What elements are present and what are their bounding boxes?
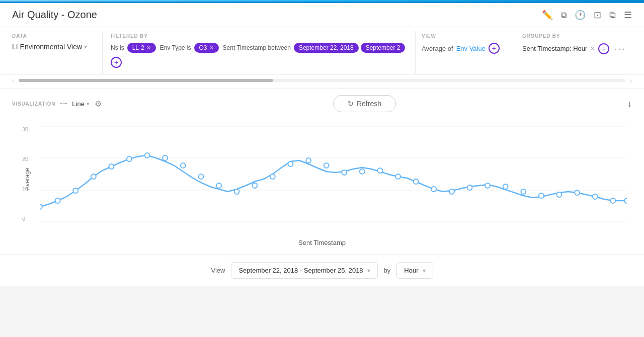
view-section: VIEW Average of Env Value + [416,31,516,74]
filter-bar: DATA LI Environmental View ▾ FILTERED BY… [0,27,644,74]
header-actions: ✏️ ⧉ 🕐 ⊡ ⧉ ☰ [542,10,632,21]
refresh-icon: ↻ [348,100,354,108]
line-icon: 〰 [60,100,67,108]
timestamp-tag-2: September 2 [361,43,406,53]
svg-point-24 [395,174,400,179]
view-control-label: View [211,267,225,274]
svg-point-13 [198,174,203,179]
y-axis: 30 20 10 0 [22,126,28,222]
svg-point-34 [575,190,580,195]
download-icon[interactable]: ↓ [627,99,632,109]
history-icon[interactable]: 🕐 [575,10,586,21]
viz-settings-icon[interactable]: ⚙ [95,99,102,109]
svg-point-15 [234,189,239,194]
env-tag-value: O3 [199,44,207,51]
add-group-button[interactable]: + [598,43,609,54]
y-tick-20: 20 [22,156,28,162]
chart-area: Average 30 20 10 0 [12,121,632,237]
filtered-by-label: FILTERED BY [111,33,409,39]
timestamp-filter: Sent Timestamp between September 22, 201… [223,43,406,53]
chart-svg-wrap [40,126,627,222]
svg-point-26 [431,187,436,192]
image-icon[interactable]: ⊡ [594,10,601,21]
timestamp-tag-1: September 22, 2018 [294,43,359,53]
env-filter-label: Env Type is [160,44,191,51]
svg-point-18 [288,161,293,166]
by-label: by [384,267,391,274]
menu-icon[interactable]: ☰ [624,10,632,21]
view-highlight: Env Value [456,45,486,52]
svg-point-20 [324,163,329,168]
env-tag: O3 ✕ [194,43,219,53]
chart-svg [40,126,627,222]
hour-arrow: ▾ [423,267,426,274]
edit-icon[interactable]: ✏️ [542,10,553,21]
svg-point-33 [557,192,562,197]
grouped-content: Sent Timestamp: Hour ✕ + ··· [522,43,626,54]
scroll-right-icon[interactable]: › [629,76,632,85]
svg-point-32 [539,193,544,198]
svg-point-31 [521,189,526,194]
svg-point-25 [414,179,419,184]
page-header: Air Quality - Ozone ✏️ ⧉ 🕐 ⊡ ⧉ ☰ [0,3,644,27]
layers-icon[interactable]: ⧉ [609,10,616,20]
svg-point-9 [127,156,132,161]
svg-point-11 [163,155,168,160]
line-select[interactable]: Line ▾ [72,100,90,108]
svg-point-27 [449,189,454,194]
view-label-header: VIEW [422,33,510,39]
env-tag-close[interactable]: ✕ [209,45,214,51]
svg-point-35 [593,194,598,199]
hour-value: Hour [404,267,418,274]
dots-menu-icon[interactable]: ··· [614,43,626,54]
svg-point-22 [360,169,365,174]
svg-point-14 [216,183,221,188]
svg-point-7 [91,174,96,179]
bottom-controls: View September 22, 2018 - September 25, … [0,255,644,286]
viz-type-arrow: ▾ [87,101,90,107]
data-label: DATA [12,33,94,39]
svg-point-30 [503,184,508,189]
date-range-select[interactable]: September 22, 2018 - September 25, 2018 … [231,262,377,279]
x-axis-label: Sent Timestamp [12,237,632,255]
grouped-close-icon[interactable]: ✕ [590,45,595,52]
svg-point-21 [342,170,347,175]
ns-tag-close[interactable]: ✕ [146,45,151,51]
y-tick-30: 30 [22,126,28,132]
grouped-by-label: GROUPED BY [522,33,626,39]
scroll-bar-row: ‹ › [0,74,644,89]
svg-point-8 [109,164,114,169]
svg-point-29 [485,183,490,188]
add-view-button[interactable]: + [489,43,500,54]
refresh-button[interactable]: ↻ Refresh [333,95,396,112]
svg-point-28 [467,185,472,190]
svg-point-23 [378,168,383,173]
hour-select[interactable]: Hour ▾ [396,262,433,279]
y-tick-0: 0 [22,216,28,222]
chart-container: Average 30 20 10 0 [0,116,644,255]
viz-left: VISUALIZATION 〰 Line ▾ ⚙ [12,99,102,109]
view-content: Average of Env Value + [422,43,510,54]
scroll-left-icon[interactable]: ‹ [12,76,15,85]
env-filter: Env Type is O3 ✕ [160,43,219,53]
add-filter-button[interactable]: + [111,57,122,68]
page-title: Air Quality - Ozone [12,9,97,21]
copy-icon[interactable]: ⧉ [561,11,567,20]
grouped-tag: Sent Timestamp: Hour [522,45,587,52]
svg-point-10 [145,153,150,158]
data-arrow-icon: ▾ [84,43,87,50]
filter-tags: Ns is LL-2 ✕ Env Type is O3 ✕ Sent Times… [111,43,409,68]
scroll-track[interactable] [19,79,626,82]
date-range-value: September 22, 2018 - September 25, 2018 [238,267,363,274]
viz-center: ↻ Refresh [102,95,627,112]
data-select[interactable]: LI Environmental View ▾ [12,43,94,51]
y-tick-10: 10 [22,186,28,192]
scroll-thumb [19,79,274,82]
ns-filter: Ns is LL-2 ✕ [111,43,156,53]
svg-point-6 [73,188,78,193]
ns-tag-value: LL-2 [132,44,144,51]
viz-controls-bar: VISUALIZATION 〰 Line ▾ ⚙ ↻ Refresh ↓ [0,89,644,116]
view-text: Average of [422,45,453,52]
svg-point-16 [252,183,257,188]
filtered-by-section: FILTERED BY Ns is LL-2 ✕ Env Type is O3 … [103,31,416,74]
